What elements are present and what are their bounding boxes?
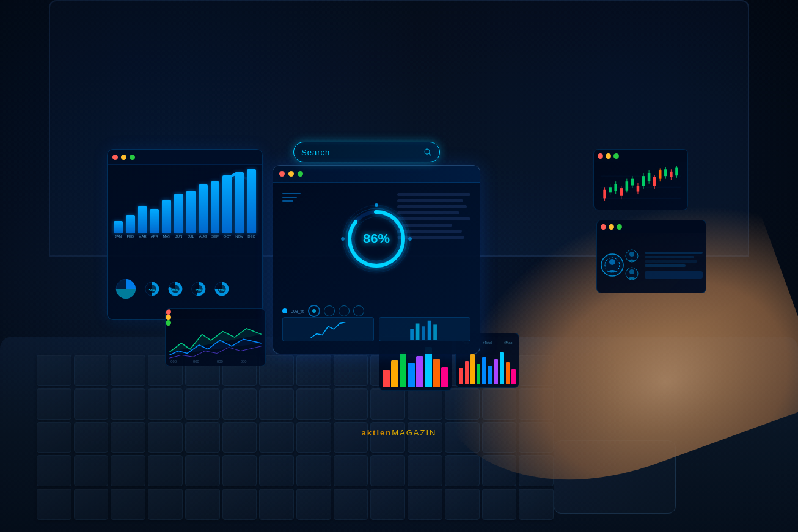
pie-svg-3: 75% xyxy=(213,280,231,298)
bar-group: MAY xyxy=(162,200,171,238)
bar-col xyxy=(222,175,232,233)
watermark-part1: aktien xyxy=(362,428,392,437)
bar-group: APR xyxy=(150,209,159,238)
watermark-part2: MAGAZIN xyxy=(392,428,436,437)
bar-label: SEP xyxy=(211,235,219,238)
panel-right-mid[interactable] xyxy=(596,220,706,293)
keyboard-key xyxy=(74,489,109,520)
keyboard-key xyxy=(148,455,183,486)
bar-col xyxy=(162,200,171,233)
colored-bar-chart xyxy=(459,351,516,384)
menu-line-1 xyxy=(282,193,301,194)
svg-rect-29 xyxy=(428,321,431,340)
keyboard-key xyxy=(408,388,442,420)
svg-text:50%: 50% xyxy=(148,288,155,292)
bar-group: MAR xyxy=(138,206,147,238)
gauge-container: 86% xyxy=(340,202,413,275)
search-label: Search xyxy=(301,148,423,157)
keyboard-key xyxy=(74,355,109,386)
keyboard-key xyxy=(334,489,368,520)
bar-group: DEC xyxy=(247,169,256,238)
keyboard-key xyxy=(519,489,554,520)
bar-col xyxy=(199,184,208,233)
bar-col xyxy=(150,209,159,233)
profile-side-icons xyxy=(624,249,640,282)
status-text-1: 008_% xyxy=(291,309,304,313)
dot-yellow-main xyxy=(288,171,294,177)
svg-point-25 xyxy=(341,237,345,241)
svg-point-24 xyxy=(408,237,412,241)
search-bar[interactable]: Search xyxy=(293,142,440,162)
keyboard-key xyxy=(111,422,145,453)
bar-group: SEP xyxy=(211,181,220,238)
svg-text:75%: 75% xyxy=(218,288,225,292)
svg-text:000: 000 xyxy=(217,360,223,363)
keyboard-key xyxy=(74,388,109,420)
svg-rect-26 xyxy=(410,329,414,340)
dot-yellow-w xyxy=(166,315,171,320)
keyboard-key xyxy=(370,388,405,420)
pie-big xyxy=(114,277,138,301)
keyboard-key xyxy=(37,388,71,420)
panel-right-top[interactable] xyxy=(593,149,688,210)
bar-label: JUN xyxy=(175,235,183,238)
bar-chart-left: JANFEBMARAPRMAYJUNJULAUGSEPOCTNOVDEC xyxy=(114,171,256,238)
keyboard-key xyxy=(37,355,71,386)
keyboard-key xyxy=(482,489,517,520)
keyboard-key xyxy=(334,355,368,386)
svg-text:55%: 55% xyxy=(195,288,202,292)
bar-group: OCT xyxy=(222,175,232,238)
keyboard-key xyxy=(370,455,405,486)
bar-group: NOV xyxy=(235,172,244,238)
bar-col xyxy=(126,215,135,233)
svg-rect-30 xyxy=(433,324,437,340)
dot-yellow-left xyxy=(121,155,126,160)
svg-text:80%: 80% xyxy=(172,288,178,292)
dot-red-left xyxy=(112,155,118,160)
keyboard-key xyxy=(259,388,294,420)
keyboard-key xyxy=(296,355,331,386)
dot-yellow-rm xyxy=(609,224,614,230)
keyboard-key xyxy=(408,489,442,520)
svg-point-66 xyxy=(629,252,634,257)
svg-text:000: 000 xyxy=(193,360,199,363)
dot-green-left xyxy=(130,155,135,160)
profile-circle-main xyxy=(600,253,624,277)
menu-lines xyxy=(282,193,301,204)
pie-item-3: 75% xyxy=(213,280,231,298)
gauge-value: 86% xyxy=(363,231,390,247)
bar-group: JUL xyxy=(186,191,196,238)
mini-chart-2 xyxy=(379,317,470,341)
svg-text:↑Max: ↑Max xyxy=(503,341,512,345)
svg-rect-27 xyxy=(416,324,420,340)
dot-red-rt xyxy=(598,153,603,159)
status-dot-1 xyxy=(282,308,287,313)
bar-label: AUG xyxy=(199,235,207,238)
wave-chart: 000 000 000 000 xyxy=(169,322,262,363)
pie-item-2: 55% xyxy=(189,280,208,298)
svg-point-23 xyxy=(375,203,378,207)
keyboard-key xyxy=(148,422,183,453)
keyboard-key xyxy=(37,489,71,520)
mini-chart-1 xyxy=(282,317,374,341)
bar-col xyxy=(138,206,147,233)
bar-group: FEB xyxy=(126,215,135,238)
panel-main-bottom xyxy=(282,314,470,344)
keyboard-key xyxy=(37,455,71,486)
panel-left[interactable]: 50 25 25 JANFEBMARAPRMAYJUNJULAUGSEPOCTN… xyxy=(107,149,263,320)
keyboard-key xyxy=(111,489,145,520)
keyboard-key xyxy=(370,489,405,520)
keyboard-key xyxy=(408,455,442,486)
search-icon xyxy=(423,148,432,156)
keyboard-key xyxy=(259,455,294,486)
panel-main[interactable]: 86% 008_% xyxy=(273,165,480,354)
keyboard-key xyxy=(222,422,257,453)
keyboard-key xyxy=(185,422,220,453)
left-panel-titlebar xyxy=(108,150,262,165)
keyboard-key xyxy=(296,489,331,520)
keyboard-key xyxy=(445,489,480,520)
keyboard-key xyxy=(111,355,145,386)
panel-wave[interactable]: 000 000 000 000 xyxy=(165,308,266,366)
bar-col xyxy=(174,194,183,233)
menu-line-3 xyxy=(282,200,293,202)
